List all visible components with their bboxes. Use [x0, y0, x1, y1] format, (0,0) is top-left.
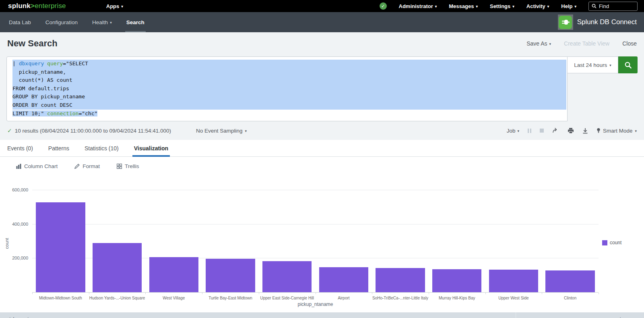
search-bar: | dbxquery query="SELECT pickup_ntaname,…	[0, 55, 644, 121]
x-axis-tick	[599, 293, 599, 294]
x-axis-tick	[202, 293, 202, 294]
caret-down-icon: ▾	[110, 21, 112, 25]
viz-toolbar: Column Chart Format Trellis	[0, 157, 644, 175]
format-button[interactable]: Format	[74, 163, 100, 169]
x-axis-tick	[429, 293, 429, 294]
chart-type-picker[interactable]: Column Chart	[16, 163, 58, 169]
menu-apps-label: Apps	[106, 3, 120, 9]
search-mode-label: Smart Mode	[603, 128, 633, 134]
caret-down-icon: ▾	[549, 42, 551, 46]
menu-settings-label: Settings	[490, 3, 510, 9]
event-sampling-menu[interactable]: No Event Sampling ▾	[196, 128, 247, 134]
tab-statistics-10[interactable]: Statistics (10)	[85, 140, 119, 156]
column-bar-7[interactable]	[376, 268, 425, 292]
page-title: New Search	[7, 38, 58, 49]
menu-settings[interactable]: Settings ▾	[490, 3, 514, 9]
bulb-icon	[597, 128, 601, 133]
query-line-6: ORDER BY count DESC	[12, 101, 566, 110]
share-icon[interactable]	[552, 128, 559, 133]
column-chart: count 200,000400,000600,000 Midtown-Midt…	[0, 175, 644, 307]
caret-down-icon: ▾	[609, 64, 611, 67]
x-axis-label: Murray Hill-Kips Bay	[429, 296, 485, 300]
column-bar-9[interactable]	[489, 270, 538, 292]
find-search-box[interactable]	[588, 2, 638, 11]
time-range-picker[interactable]: Last 24 hours ▾	[568, 56, 618, 73]
job-label: Job	[507, 128, 516, 134]
app-nav-search[interactable]: Search	[119, 12, 152, 32]
splunk-logo[interactable]: splunk>enterprise	[8, 2, 66, 10]
health-ok-icon[interactable]: ✓	[380, 2, 387, 10]
menu-activity[interactable]: Activity ▾	[526, 3, 549, 9]
tab-events-0[interactable]: Events (0)	[7, 140, 33, 156]
app-title: Splunk DB Connect	[558, 12, 642, 32]
results-summary: 10 results (08/04/2024 11:00:00.000 to 0…	[15, 128, 171, 134]
chart-plot: 200,000400,000600,000	[32, 190, 599, 293]
x-axis-tick	[372, 293, 372, 294]
top-bar: splunk>enterprise Apps ▾ ✓ Administrator…	[0, 0, 644, 12]
legend-swatch	[602, 240, 607, 245]
menu-messages[interactable]: Messages ▾	[449, 3, 478, 9]
query-line-4: FROM default.trips	[12, 85, 566, 93]
menu-activity-label: Activity	[526, 3, 545, 9]
close-button[interactable]: Close	[622, 40, 637, 47]
export-icon[interactable]	[582, 128, 588, 134]
search-query-input[interactable]: | dbxquery query="SELECT pickup_ntaname,…	[6, 56, 568, 121]
x-axis-tick	[259, 293, 259, 294]
table-column-divider	[516, 312, 516, 318]
save-as-button[interactable]: Save As ▾	[526, 40, 551, 47]
tab-visualization[interactable]: Visualization	[134, 140, 168, 156]
table-header-count[interactable]: count	[608, 316, 621, 318]
statistics-table-header: pickup_ntaname count	[0, 312, 644, 318]
success-check-icon: ✓	[7, 127, 12, 134]
caret-down-icon: ▾	[635, 129, 637, 133]
trellis-button[interactable]: Trellis	[117, 163, 139, 169]
search-mode-menu[interactable]: Smart Mode ▾	[597, 128, 637, 134]
app-nav-health[interactable]: Health▾	[85, 12, 119, 32]
column-chart-icon	[16, 164, 21, 169]
app-name: Splunk DB Connect	[577, 18, 637, 26]
print-icon[interactable]	[568, 128, 574, 134]
create-table-view-label: Create Table View	[564, 40, 609, 47]
table-header-pickup-ntaname[interactable]: pickup_ntaname	[6, 316, 45, 318]
column-bar-4[interactable]	[206, 259, 255, 292]
caret-down-icon: ▾	[574, 5, 576, 8]
app-nav: Data LabConfigurationHealth▾Search	[2, 12, 152, 32]
column-bar-6[interactable]	[319, 267, 368, 293]
chart-type-label: Column Chart	[24, 163, 58, 169]
menu-administrator[interactable]: Administrator ▾	[399, 3, 437, 9]
x-axis-label: SoHo-TriBeCa-...nter-Little Italy	[372, 296, 429, 300]
column-bar-5[interactable]	[262, 261, 312, 292]
x-axis-tick	[485, 293, 486, 294]
save-as-label: Save As	[526, 40, 547, 47]
column-bar-3[interactable]	[149, 257, 198, 293]
caret-down-icon: ▾	[121, 5, 123, 8]
app-nav-data-lab[interactable]: Data Lab	[2, 12, 38, 32]
tab-patterns[interactable]: Patterns	[48, 140, 69, 156]
y-axis-tick-label: 400,000	[12, 222, 28, 227]
column-bar-1[interactable]	[36, 202, 85, 292]
column-bar-8[interactable]	[432, 269, 481, 292]
chart-legend[interactable]: count	[602, 240, 621, 245]
column-bar-10[interactable]	[545, 270, 594, 292]
app-nav-label: Configuration	[45, 19, 78, 25]
y-axis-tick-label: 600,000	[12, 187, 28, 192]
search-icon	[592, 4, 597, 8]
job-menu[interactable]: Job ▾	[507, 128, 519, 134]
column-bar-2[interactable]	[93, 243, 142, 292]
x-axis-label: Upper West Side	[485, 296, 542, 300]
menu-apps[interactable]: Apps ▾	[106, 3, 123, 9]
db-connect-icon	[558, 15, 573, 30]
app-nav-label: Health	[92, 19, 108, 25]
app-nav-label: Data Lab	[9, 19, 31, 25]
page-header: New Search Save As ▾ Create Table View C…	[0, 32, 644, 55]
x-axis-label: Turtle Bay-East Midtown	[202, 296, 259, 300]
find-input[interactable]	[599, 3, 633, 9]
trellis-grid-icon	[117, 164, 122, 169]
menu-help[interactable]: Help ▾	[561, 3, 576, 9]
x-axis-tick	[316, 293, 316, 294]
app-nav-configuration[interactable]: Configuration	[38, 12, 85, 32]
y-axis-tick-label: 200,000	[12, 256, 28, 260]
event-sampling-label: No Event Sampling	[196, 128, 243, 134]
search-submit-button[interactable]	[618, 56, 638, 73]
x-axis-label: Hudson Yards-...-Union Square	[89, 296, 146, 300]
